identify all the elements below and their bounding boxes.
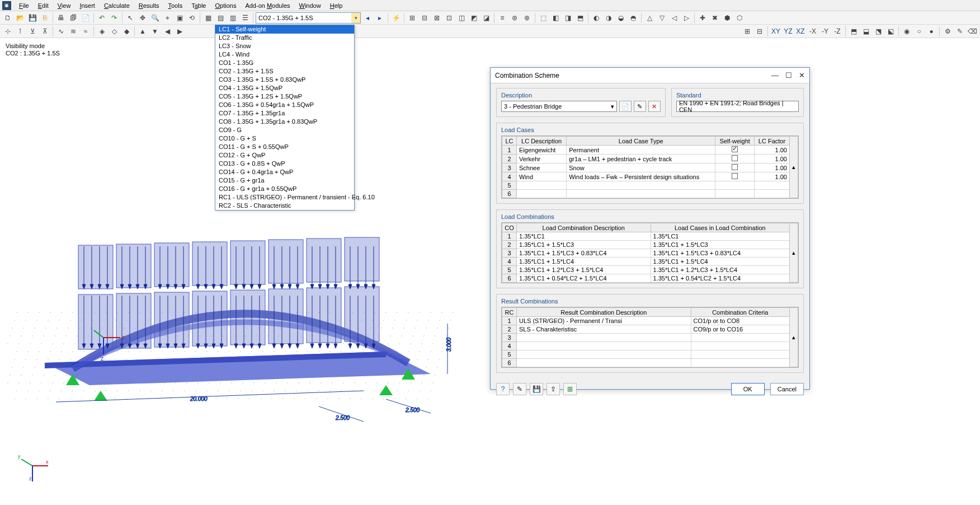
tool-m-icon[interactable]: ◨ bbox=[562, 12, 573, 24]
export-icon[interactable]: ⇪ bbox=[546, 383, 560, 395]
dropdown-option[interactable]: CO2 - 1.35G + 1.5S bbox=[215, 67, 354, 76]
t2-r17-icon[interactable]: ✎ bbox=[954, 26, 965, 37]
chevron-down-icon[interactable]: ▾ bbox=[351, 13, 360, 23]
t2-r3-icon[interactable]: XY bbox=[770, 26, 781, 37]
tool-s-icon[interactable]: △ bbox=[644, 12, 655, 24]
menu-view[interactable]: View bbox=[53, 1, 76, 10]
load-combos-grid[interactable]: COLoad Combination DescriptionLoad Cases… bbox=[501, 222, 799, 283]
tool-y-icon[interactable]: ⬢ bbox=[722, 12, 733, 24]
t2-r8-icon[interactable]: -Z bbox=[832, 26, 843, 37]
tool-j-icon[interactable]: ⊕ bbox=[521, 12, 533, 24]
rename-desc-button[interactable]: ✎ bbox=[634, 101, 646, 112]
menu-window[interactable]: Window bbox=[295, 1, 326, 10]
tool-q-icon[interactable]: ◒ bbox=[615, 12, 626, 24]
t2-r4-icon[interactable]: YZ bbox=[783, 26, 794, 37]
dropdown-option[interactable]: CO16 - G + gr1a + 0.55QwP bbox=[215, 185, 354, 193]
excel-icon[interactable]: ⊞ bbox=[563, 383, 577, 395]
t2-r13-icon[interactable]: ◉ bbox=[901, 26, 912, 37]
menu-tools[interactable]: Tools bbox=[163, 1, 187, 10]
tool-n-icon[interactable]: ⬒ bbox=[574, 12, 586, 24]
view3-icon[interactable]: ▥ bbox=[227, 12, 238, 24]
menu-calculate[interactable]: Calculate bbox=[100, 1, 134, 10]
dropdown-option[interactable]: LC2 - Traffic bbox=[215, 34, 354, 42]
tool-f-icon[interactable]: ◩ bbox=[468, 12, 479, 24]
tool-d-icon[interactable]: ⊡ bbox=[444, 12, 455, 24]
redo-icon[interactable]: ↷ bbox=[109, 12, 120, 24]
t2-r12-icon[interactable]: ⬕ bbox=[885, 26, 896, 37]
t2-12-icon[interactable]: ▼ bbox=[149, 26, 161, 37]
view2-icon[interactable]: ▤ bbox=[215, 12, 226, 24]
tool-c-icon[interactable]: ⊠ bbox=[431, 12, 442, 24]
standard-field[interactable]: EN 1990 + EN 1991-2; Road Bridges | CEN bbox=[676, 101, 799, 112]
result-combos-grid[interactable]: RCResult Combination DescriptionCombinat… bbox=[501, 307, 799, 368]
cancel-button[interactable]: Cancel bbox=[770, 383, 804, 395]
dropdown-option[interactable]: CO5 - 1.35G + 1.2S + 1.5QwP bbox=[215, 92, 354, 101]
load-combo[interactable]: ▾ bbox=[256, 12, 361, 24]
t2-10-icon[interactable]: ◆ bbox=[121, 26, 132, 37]
save-scheme-icon[interactable]: 💾 bbox=[530, 383, 543, 395]
t2-r7-icon[interactable]: -Y bbox=[819, 26, 831, 37]
t2-11-icon[interactable]: ▲ bbox=[137, 26, 148, 37]
view4-icon[interactable]: ☰ bbox=[239, 12, 251, 24]
dropdown-option[interactable]: LC1 - Self-weight bbox=[215, 25, 354, 34]
t2-r10-icon[interactable]: ⬓ bbox=[860, 26, 871, 37]
calc-icon[interactable]: ⚡ bbox=[390, 12, 402, 24]
undo-icon[interactable]: ↶ bbox=[96, 12, 107, 24]
dropdown-option[interactable]: CO11 - G + S + 0.55QwP bbox=[215, 143, 354, 151]
tool-o-icon[interactable]: ◐ bbox=[591, 12, 602, 24]
dropdown-option[interactable]: CO3 - 1.35G + 1.5S + 0.83QwP bbox=[215, 76, 354, 84]
zoomwin-icon[interactable]: ⌖ bbox=[162, 12, 173, 24]
menu-file[interactable]: File bbox=[15, 1, 34, 10]
dropdown-option[interactable]: CO8 - 1.35G + 1.35gr1a + 0.83QwP bbox=[215, 118, 354, 126]
tool-k-icon[interactable]: ⬚ bbox=[538, 12, 549, 24]
tool-r-icon[interactable]: ◓ bbox=[628, 12, 639, 24]
t2-r18-icon[interactable]: ⌫ bbox=[967, 26, 978, 37]
t2-r6-icon[interactable]: -X bbox=[807, 26, 818, 37]
menu-insert[interactable]: Insert bbox=[75, 1, 100, 10]
tool-b-icon[interactable]: ⊟ bbox=[419, 12, 430, 24]
tool-x-icon[interactable]: ✖ bbox=[709, 12, 720, 24]
tool-t-icon[interactable]: ▽ bbox=[656, 12, 667, 24]
doc-icon[interactable]: 📄 bbox=[80, 12, 91, 24]
t2-r16-icon[interactable]: ⚙ bbox=[942, 26, 953, 37]
delete-desc-button[interactable]: ✕ bbox=[648, 101, 661, 112]
dropdown-option[interactable]: RC1 - ULS (STR/GEO) - Permanent / transi… bbox=[215, 193, 354, 202]
dropdown-option[interactable]: CO13 - G + 0.8S + QwP bbox=[215, 160, 354, 168]
t2-r5-icon[interactable]: XZ bbox=[795, 26, 806, 37]
maximize-icon[interactable]: ☐ bbox=[785, 71, 792, 80]
zoom-icon[interactable]: 🔍 bbox=[149, 12, 161, 24]
menu-results[interactable]: Results bbox=[134, 1, 164, 10]
move-icon[interactable]: ✥ bbox=[137, 12, 148, 24]
dropdown-option[interactable]: CO10 - G + S bbox=[215, 134, 354, 143]
help-icon[interactable]: ? bbox=[496, 383, 510, 395]
close-icon[interactable]: ✕ bbox=[799, 71, 805, 80]
tool-u-icon[interactable]: ◁ bbox=[668, 12, 680, 24]
menu-options[interactable]: Options bbox=[210, 1, 241, 10]
dropdown-option[interactable]: CO1 - 1.35G bbox=[215, 59, 354, 67]
load-dropdown[interactable]: LC1 - Self-weightLC2 - TrafficLC3 - Snow… bbox=[215, 25, 355, 211]
ok-button[interactable]: OK bbox=[731, 383, 765, 395]
tool-z-icon[interactable]: ⬡ bbox=[734, 12, 745, 24]
tool-v-icon[interactable]: ▷ bbox=[681, 12, 692, 24]
tool-h-icon[interactable]: ≡ bbox=[497, 12, 508, 24]
t2-r2-icon[interactable]: ⊟ bbox=[754, 26, 765, 37]
next-icon[interactable]: ▸ bbox=[374, 12, 385, 24]
t2-3-icon[interactable]: ⊻ bbox=[27, 26, 38, 37]
new-desc-button[interactable]: 📄 bbox=[619, 101, 632, 112]
menu-table[interactable]: Table bbox=[187, 1, 210, 10]
t2-r9-icon[interactable]: ⬒ bbox=[848, 26, 859, 37]
tool-i-icon[interactable]: ⊛ bbox=[509, 12, 520, 24]
tool-e-icon[interactable]: ◫ bbox=[456, 12, 467, 24]
menu-edit[interactable]: Edit bbox=[34, 1, 53, 10]
menu-addon[interactable]: Add-on Modules bbox=[241, 1, 294, 10]
dropdown-option[interactable]: CO4 - 1.35G + 1.5QwP bbox=[215, 84, 354, 92]
dropdown-option[interactable]: CO15 - G + gr1a bbox=[215, 176, 354, 185]
tool-g-icon[interactable]: ◪ bbox=[480, 12, 492, 24]
tool-p-icon[interactable]: ◑ bbox=[603, 12, 614, 24]
t2-r15-icon[interactable]: ● bbox=[926, 26, 937, 37]
rotate-icon[interactable]: ⟲ bbox=[186, 12, 197, 24]
new-icon[interactable]: 🗋 bbox=[2, 12, 13, 24]
cursor-icon[interactable]: ↖ bbox=[125, 12, 136, 24]
print-icon[interactable]: 🖶 bbox=[55, 12, 67, 24]
t2-13-icon[interactable]: ◀ bbox=[162, 26, 173, 37]
